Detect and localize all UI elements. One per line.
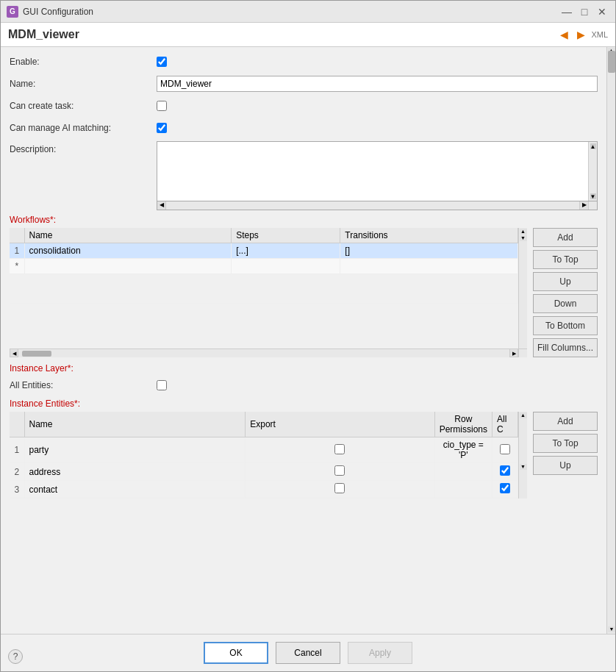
ie-export-checkbox-2[interactable] (334, 465, 345, 476)
workflows-section: Workflows*: Name Steps (10, 215, 598, 357)
header-icons: ◀ ▶ XML (557, 27, 608, 42)
main-window: G GUI Configuration — □ ✕ MDM_viewer ◀ ▶… (0, 0, 616, 672)
workflow-name-1: consolidation (24, 243, 232, 259)
instance-entities-label: Instance Entities*: (10, 398, 598, 409)
ie-row-num-3: 3 (10, 481, 24, 498)
enable-checkbox[interactable] (157, 57, 167, 67)
ie-col-all-c: All C (493, 412, 518, 437)
instance-entities-header: Name Export Row Permissions All C (10, 412, 518, 437)
workflows-add-button[interactable]: Add (533, 228, 598, 247)
workflows-empty-row-2 (10, 274, 518, 304)
can-create-task-checkbox[interactable] (157, 101, 167, 111)
main-content: Enable: Name: Can create task: Can manag… (1, 47, 606, 634)
workflows-to-top-button[interactable]: To Top (533, 250, 598, 269)
name-row: Name: (10, 75, 598, 93)
enable-row: Enable: (10, 53, 598, 71)
ie-export-2 (246, 463, 434, 481)
apply-button[interactable]: Apply (348, 642, 412, 664)
header-bar: MDM_viewer ◀ ▶ XML (1, 23, 615, 47)
workflows-row-1[interactable]: 1 consolidation [...] [] (10, 243, 518, 259)
ie-name-1: party (24, 437, 246, 463)
ie-export-checkbox-3[interactable] (334, 483, 345, 493)
ie-add-button[interactable]: Add (533, 412, 598, 431)
description-textarea[interactable] (157, 142, 588, 201)
workflows-table-container: Name Steps Transitions 1 consoli (10, 228, 527, 357)
xml-label: XML (591, 30, 608, 39)
workflows-table-scroll: Name Steps Transitions 1 consoli (10, 228, 518, 348)
all-entities-checkbox[interactable] (157, 380, 167, 390)
workflows-col-transitions: Transitions (340, 228, 518, 243)
instance-entities-table-container: Name Export Row Permissions All C (10, 412, 527, 498)
instance-entities-table-inner: Name Export Row Permissions All C (10, 412, 527, 498)
can-manage-ai-checkbox[interactable] (157, 123, 167, 133)
ie-all-c-3 (493, 481, 518, 498)
workflows-fill-columns-button[interactable]: Fill Columns... (533, 338, 598, 357)
description-label: Description: (10, 141, 157, 210)
main-vscrollbar[interactable]: ▲ ▼ (606, 47, 615, 634)
ie-all-c-checkbox-2[interactable] (500, 465, 510, 476)
instance-entities-table-section: Name Export Row Permissions All C (10, 412, 598, 498)
can-manage-ai-row: Can manage AI matching: (10, 119, 598, 137)
app-icon: G (7, 6, 18, 18)
ie-col-name: Name (24, 412, 246, 437)
instance-entities-scroll: Name Export Row Permissions All C (10, 412, 518, 498)
name-input[interactable] (157, 76, 598, 92)
all-entities-label: All Entities: (10, 380, 157, 390)
close-button[interactable]: ✕ (595, 4, 609, 19)
ie-col-export: Export (246, 412, 434, 437)
ie-row-permissions-1: cio_type = 'P' (434, 437, 492, 463)
workflows-hscroll[interactable]: ◀ ▶ (10, 348, 527, 357)
row-num-1: 1 (10, 243, 24, 259)
content-area: Enable: Name: Can create task: Can manag… (1, 47, 615, 634)
workflows-table-inner: Name Steps Transitions 1 consoli (10, 228, 527, 348)
can-create-task-label: Can create task: (10, 101, 157, 111)
forward-button[interactable]: ▶ (574, 27, 588, 42)
enable-label: Enable: (10, 57, 157, 67)
workflows-col-num (10, 228, 24, 243)
minimize-button[interactable]: — (559, 4, 574, 19)
ie-row-permissions-2 (434, 463, 492, 481)
workflows-up-button[interactable]: Up (533, 272, 598, 291)
workflows-label: Workflows*: (10, 215, 598, 225)
workflows-vscroll[interactable]: ▲ ▼ (518, 228, 527, 348)
ie-col-row-permissions: Row Permissions (434, 412, 492, 437)
ie-row-1[interactable]: 1 party cio_type = 'P' (10, 437, 518, 463)
all-entities-row: All Entities: (10, 376, 598, 394)
can-manage-ai-label: Can manage AI matching: (10, 123, 157, 133)
ie-all-c-checkbox-3[interactable] (500, 483, 510, 493)
ie-row-2[interactable]: 2 address (10, 463, 518, 481)
workflow-steps-1: [...] (232, 243, 340, 259)
ie-up-button[interactable]: Up (533, 456, 598, 475)
maximize-button[interactable]: □ (577, 4, 592, 19)
window-title: GUI Configuration (23, 7, 559, 17)
workflows-col-name: Name (24, 228, 232, 243)
main-scrollbar-thumb[interactable] (608, 51, 615, 73)
workflows-header-row: Name Steps Transitions (10, 228, 518, 243)
name-label: Name: (10, 79, 157, 89)
cancel-button[interactable]: Cancel (276, 642, 340, 664)
workflows-col-steps: Steps (232, 228, 340, 243)
ie-side-buttons: Add To Top Up (533, 412, 598, 498)
help-button[interactable]: ? (8, 649, 23, 664)
row-star: * (10, 259, 24, 274)
ie-export-1 (246, 437, 434, 463)
ie-row-num-2: 2 (10, 463, 24, 481)
ie-to-top-button[interactable]: To Top (533, 434, 598, 453)
workflows-to-bottom-button[interactable]: To Bottom (533, 316, 598, 335)
workflow-transitions-1: [] (340, 243, 518, 259)
ok-button[interactable]: OK (204, 642, 268, 664)
ie-export-3 (246, 481, 434, 498)
ie-name-3: contact (24, 481, 246, 498)
title-bar: G GUI Configuration — □ ✕ (1, 1, 615, 23)
ie-all-c-checkbox-1[interactable] (500, 444, 510, 454)
ie-col-num (10, 412, 24, 437)
ie-row-3[interactable]: 3 contact (10, 481, 518, 498)
workflows-hscroll-track[interactable] (18, 348, 509, 357)
back-button[interactable]: ◀ (557, 27, 571, 42)
workflows-down-button[interactable]: Down (533, 294, 598, 313)
description-area: Description: ▲ ▼ ◀ ▶ (10, 141, 598, 210)
ie-export-checkbox-1[interactable] (334, 444, 345, 454)
ie-vscroll[interactable]: ▲ ▼ (518, 412, 527, 498)
workflows-new-row[interactable]: * (10, 259, 518, 274)
bottom-button-row: ? OK Cancel Apply (1, 634, 615, 671)
